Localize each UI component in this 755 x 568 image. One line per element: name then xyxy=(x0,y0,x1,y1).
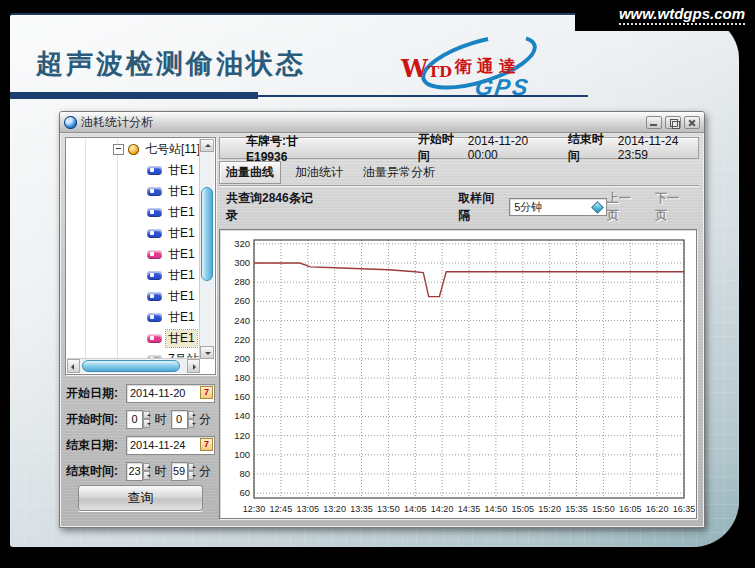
svg-text:15:20: 15:20 xyxy=(538,504,561,514)
vehicle-label: 甘E1 xyxy=(166,162,197,179)
calendar-icon[interactable]: 7 xyxy=(200,386,213,399)
end-minute-stepper[interactable]: 59 xyxy=(171,462,188,481)
svg-text:13:05: 13:05 xyxy=(296,504,319,514)
collapse-icon[interactable] xyxy=(113,144,124,155)
vehicle-label: 甘E1 xyxy=(166,330,197,347)
tree-item-vehicle[interactable]: 甘E1 xyxy=(67,307,200,328)
station-label: 七号站[11] xyxy=(143,141,200,158)
tree-grid-line xyxy=(85,139,86,359)
screenshot-stage: www.wtdgps.com 超声波检测偷油状态 WWTDTD 衛通達 GPS … xyxy=(0,0,755,568)
fuel-analysis-window: 油耗统计分析 七号站[11]甘E1甘E1甘E1甘E1甘E1甘E1甘E1甘E1甘E… xyxy=(59,111,705,528)
next-page-link[interactable]: 下一页 xyxy=(655,190,689,224)
dropdown-arrow-icon xyxy=(591,201,604,214)
svg-text:13:50: 13:50 xyxy=(377,504,400,514)
svg-text:300: 300 xyxy=(234,257,250,268)
tree-item-vehicle[interactable]: 甘E1 xyxy=(67,160,200,181)
svg-text:14:35: 14:35 xyxy=(458,504,481,514)
title-underline-thick xyxy=(10,92,258,99)
start-date-input[interactable]: 2014-11-20 7 xyxy=(126,384,215,403)
vehicle-icon xyxy=(147,271,162,280)
plate-number: 车牌号:甘E19936 xyxy=(246,133,326,164)
chart-toolbar: 共查询2846条记录 取样间隔 5分钟 上一页 下一页 xyxy=(219,195,699,219)
vehicle-icon xyxy=(147,187,162,196)
vehicle-label: 甘E1 xyxy=(166,246,197,263)
right-panel: 车牌号:甘E19936 开始时间 2014-11-20 00:00 结束时间 2… xyxy=(219,137,699,522)
vehicle-tree[interactable]: 七号站[11]甘E1甘E1甘E1甘E1甘E1甘E1甘E1甘E1甘E17号站甘E1 xyxy=(65,137,216,375)
tab-fuel-curve[interactable]: 油量曲线 xyxy=(219,161,281,184)
end-time-row: 结束时间: 23 时 59 分 xyxy=(66,461,215,481)
end-minute-spin-icons[interactable] xyxy=(188,463,194,480)
vehicle-icon xyxy=(147,229,162,238)
tree-item-vehicle[interactable]: 甘E1 xyxy=(67,244,200,265)
svg-text:280: 280 xyxy=(234,276,250,287)
tree-item-vehicle[interactable]: 甘E1 xyxy=(67,181,200,202)
tree-node-station[interactable]: 七号站[11] xyxy=(67,139,200,160)
vehicle-tree-rows: 七号站[11]甘E1甘E1甘E1甘E1甘E1甘E1甘E1甘E1甘E17号站甘E1 xyxy=(67,139,200,359)
calendar-icon[interactable]: 7 xyxy=(200,438,213,451)
svg-text:240: 240 xyxy=(234,315,250,326)
scroll-up-icon[interactable] xyxy=(200,139,214,152)
hour-unit-label: 时 xyxy=(155,411,167,428)
prev-page-link[interactable]: 上一页 xyxy=(607,190,641,224)
restore-button[interactable] xyxy=(665,116,681,129)
start-time-row: 开始时间: 0 时 0 分 xyxy=(66,409,215,429)
svg-text:200: 200 xyxy=(234,353,250,364)
start-hour-stepper[interactable]: 0 xyxy=(126,410,143,429)
divider xyxy=(219,185,699,187)
start-hour-spin-icons[interactable] xyxy=(143,411,149,428)
close-button[interactable] xyxy=(684,116,700,129)
end-hour-spin-icons[interactable] xyxy=(143,463,149,480)
svg-text:220: 220 xyxy=(234,334,250,345)
sample-interval-select[interactable]: 5分钟 xyxy=(509,198,607,216)
vehicle-label: 甘E1 xyxy=(166,183,197,200)
scroll-down-icon[interactable] xyxy=(200,346,214,359)
tree-horizontal-scrollbar[interactable] xyxy=(67,358,200,373)
header-end-value: 2014-11-24 23:59 xyxy=(618,134,698,162)
svg-text:60: 60 xyxy=(239,487,250,498)
minute-unit-label: 分 xyxy=(199,411,211,428)
tree-item-vehicle[interactable]: 甘E1 xyxy=(67,265,200,286)
app-icon xyxy=(64,116,77,129)
left-panel: 七号站[11]甘E1甘E1甘E1甘E1甘E1甘E1甘E1甘E1甘E17号站甘E1… xyxy=(65,137,216,522)
start-minute-stepper[interactable]: 0 xyxy=(171,410,188,429)
header-start-label: 开始时间 xyxy=(418,131,459,165)
svg-text:14:05: 14:05 xyxy=(404,504,427,514)
minimize-button[interactable] xyxy=(646,116,662,129)
tree-vertical-scrollbar[interactable] xyxy=(199,139,214,359)
start-minute-spin-icons[interactable] xyxy=(188,411,194,428)
tab-fuel-anomaly[interactable]: 油量异常分析 xyxy=(357,162,441,183)
end-date-input[interactable]: 2014-11-24 7 xyxy=(126,436,215,455)
tree-item-vehicle[interactable]: 甘E1 xyxy=(67,328,200,349)
window-body: 七号站[11]甘E1甘E1甘E1甘E1甘E1甘E1甘E1甘E1甘E17号站甘E1… xyxy=(60,133,704,527)
scroll-left-icon[interactable] xyxy=(67,359,80,373)
query-button[interactable]: 查询 xyxy=(78,485,203,511)
tab-strip: 油量曲线 加油统计 油量异常分析 xyxy=(219,163,449,182)
horizontal-scroll-thumb[interactable] xyxy=(82,360,180,372)
tree-item-vehicle[interactable]: 甘E1 xyxy=(67,202,200,223)
vehicle-icon xyxy=(147,292,162,301)
vehicle-icon xyxy=(147,334,162,343)
start-date-row: 开始日期: 2014-11-20 7 xyxy=(66,383,215,403)
svg-text:180: 180 xyxy=(234,372,250,383)
vehicle-icon xyxy=(147,166,162,175)
record-count: 共查询2846条记录 xyxy=(226,190,320,224)
header-start-value: 2014-11-20 00:00 xyxy=(468,134,548,162)
vehicle-icon xyxy=(147,250,162,259)
end-hour-stepper[interactable]: 23 xyxy=(126,462,143,481)
window-title: 油耗统计分析 xyxy=(81,114,153,131)
vertical-scroll-thumb[interactable] xyxy=(201,187,213,281)
start-date-label: 开始日期: xyxy=(66,385,126,402)
scroll-right-icon[interactable] xyxy=(187,359,200,373)
svg-text:15:35: 15:35 xyxy=(565,504,588,514)
end-time-label: 结束时间: xyxy=(66,463,126,480)
minute-unit-label: 分 xyxy=(199,463,211,480)
vehicle-icon xyxy=(147,208,162,217)
tree-item-vehicle[interactable]: 甘E1 xyxy=(67,286,200,307)
svg-text:100: 100 xyxy=(234,449,250,460)
window-titlebar[interactable]: 油耗统计分析 xyxy=(60,112,704,133)
tab-refuel-stats[interactable]: 加油统计 xyxy=(289,162,349,183)
start-time-label: 开始时间: xyxy=(66,411,126,428)
svg-text:12:45: 12:45 xyxy=(270,504,293,514)
tree-item-vehicle[interactable]: 甘E1 xyxy=(67,223,200,244)
svg-text:260: 260 xyxy=(234,295,250,306)
